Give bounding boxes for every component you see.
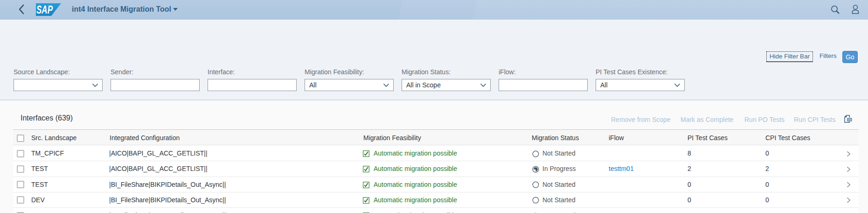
svg-text:SAP: SAP [36, 4, 53, 16]
